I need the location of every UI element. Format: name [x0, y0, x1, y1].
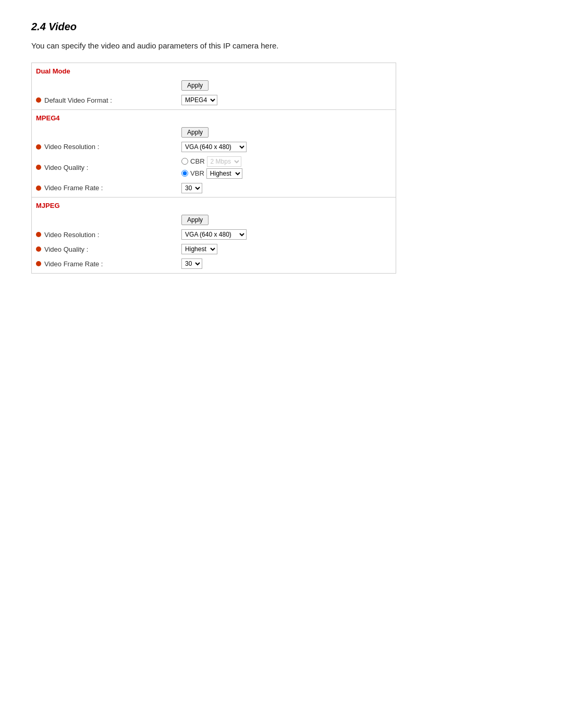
mpeg4-cbr-row: CBR 2 Mbps 1 Mbps 4 Mbps [181, 156, 391, 167]
mjpeg-apply-row: Apply [32, 212, 396, 227]
dual-mode-header-row: Dual Mode [32, 63, 396, 78]
dual-mode-format-row: Default Video Format : MPEG4 MJPEG [32, 93, 396, 107]
mpeg4-framerate-label: Video Frame Rate : [44, 184, 103, 192]
mpeg4-framerate-row: Video Frame Rate : 5 10 15 20 25 30 [32, 181, 396, 195]
mpeg4-quality-group: CBR 2 Mbps 1 Mbps 4 Mbps VBR Lowest Low … [181, 156, 391, 179]
mjpeg-resolution-select[interactable]: VGA (640 x 480) QVGA (320 x 240) [181, 229, 247, 240]
mjpeg-resolution-bullet [36, 232, 41, 237]
mjpeg-apply-button[interactable]: Apply [181, 215, 209, 225]
dual-mode-bullet [36, 97, 41, 103]
dual-mode-section-title: Dual Mode [36, 67, 70, 75]
mjpeg-framerate-select[interactable]: 5 10 15 20 25 30 [181, 258, 202, 269]
mpeg4-quality-label: Video Quality : [44, 164, 88, 171]
mjpeg-quality-row: Video Quality : Lowest Low Medium High H… [32, 242, 396, 256]
mpeg4-section-title: MPEG4 [36, 114, 60, 122]
page-intro: You can specify the video and audio para… [31, 41, 532, 50]
mjpeg-divider [32, 271, 396, 273]
mpeg4-apply-button[interactable]: Apply [181, 127, 209, 138]
mpeg4-vbr-label: VBR [190, 169, 204, 177]
page-title: 2.4 Video [31, 21, 532, 33]
mpeg4-framerate-bullet [36, 186, 41, 191]
dual-mode-format-label: Default Video Format : [44, 96, 112, 104]
mjpeg-resolution-label: Video Resolution : [44, 231, 99, 239]
mpeg4-framerate-select[interactable]: 5 10 15 20 25 30 [181, 183, 202, 193]
mjpeg-quality-label: Video Quality : [44, 245, 88, 253]
mpeg4-resolution-select[interactable]: VGA (640 x 480) QVGA (320 x 240) D1 [181, 142, 247, 152]
mjpeg-resolution-row: Video Resolution : VGA (640 x 480) QVGA … [32, 227, 396, 242]
mjpeg-framerate-row: Video Frame Rate : 5 10 15 20 25 30 [32, 256, 396, 271]
mjpeg-framerate-bullet [36, 261, 41, 266]
mjpeg-header-row: MJPEG [32, 198, 396, 212]
mpeg4-vbr-select[interactable]: Lowest Low Medium High Highest [206, 168, 242, 179]
mpeg4-cbr-radio[interactable] [181, 158, 188, 165]
mpeg4-vbr-radio[interactable] [181, 170, 188, 177]
mpeg4-vbr-row: VBR Lowest Low Medium High Highest [181, 168, 391, 179]
dual-mode-apply-row: Apply [32, 77, 396, 93]
mjpeg-quality-bullet [36, 246, 41, 252]
mpeg4-quality-bullet [36, 165, 41, 170]
mpeg4-header-row: MPEG4 [32, 109, 396, 124]
dual-mode-apply-button[interactable]: Apply [181, 80, 209, 91]
dual-mode-format-select[interactable]: MPEG4 MJPEG [181, 95, 217, 105]
settings-table: Dual Mode Apply Default Video Format : M… [31, 63, 396, 274]
mpeg4-cbr-select[interactable]: 2 Mbps 1 Mbps 4 Mbps [207, 156, 241, 167]
mpeg4-quality-row: Video Quality : CBR 2 Mbps 1 Mbps 4 Mbps… [32, 154, 396, 181]
mjpeg-section-title: MJPEG [36, 202, 60, 209]
mpeg4-resolution-row: Video Resolution : VGA (640 x 480) QVGA … [32, 140, 396, 154]
mjpeg-framerate-label: Video Frame Rate : [44, 260, 103, 268]
mpeg4-resolution-bullet [36, 144, 41, 150]
mjpeg-quality-select[interactable]: Lowest Low Medium High Highest [181, 244, 217, 254]
mpeg4-cbr-label: CBR [190, 157, 204, 165]
mpeg4-resolution-label: Video Resolution : [44, 143, 99, 151]
mpeg4-apply-row: Apply [32, 124, 396, 140]
